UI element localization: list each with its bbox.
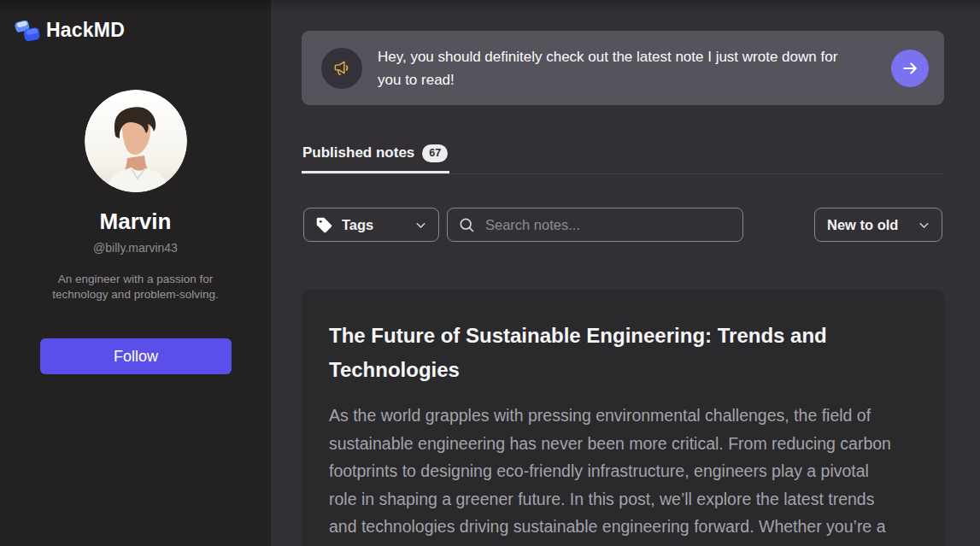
sidebar: HackMD bbox=[0, 0, 271, 546]
arrow-right-icon bbox=[901, 59, 919, 78]
hackmd-logo[interactable]: HackMD bbox=[13, 15, 125, 44]
tags-dropdown-label: Tags bbox=[342, 217, 373, 233]
follow-button[interactable]: Follow bbox=[40, 338, 232, 374]
announcement-arrow-button[interactable] bbox=[891, 50, 929, 87]
filters-row: Tags New to old bbox=[302, 208, 944, 242]
chevron-down-icon bbox=[917, 218, 931, 232]
sort-dropdown-value: New to old bbox=[827, 217, 898, 233]
search-icon bbox=[458, 216, 475, 233]
avatar bbox=[85, 90, 187, 192]
published-notes-count-badge: 67 bbox=[422, 144, 448, 162]
brand-name: HackMD bbox=[46, 19, 125, 42]
search-notes-input[interactable] bbox=[484, 216, 732, 234]
chevron-down-icon bbox=[414, 218, 428, 232]
note-excerpt: As the world grapples with pressing envi… bbox=[329, 402, 895, 546]
hackmd-profile-page: HackMD bbox=[0, 0, 980, 546]
note-card[interactable]: The Future of Sustainable Engineering: T… bbox=[302, 290, 944, 546]
sort-dropdown[interactable]: New to old bbox=[814, 208, 942, 242]
tab-published-notes-label: Published notes bbox=[302, 144, 414, 161]
announcement-message: Hey, you should definitely check out the… bbox=[378, 45, 856, 91]
notes-tabbar: Published notes 67 bbox=[302, 137, 944, 174]
tag-icon bbox=[315, 216, 333, 234]
hackmd-logo-icon bbox=[13, 15, 42, 44]
tags-dropdown[interactable]: Tags bbox=[303, 208, 439, 242]
megaphone-icon bbox=[321, 48, 362, 89]
profile-name: Marvin bbox=[0, 208, 271, 235]
tab-published-notes[interactable]: Published notes 67 bbox=[302, 137, 449, 173]
note-title: The Future of Sustainable Engineering: T… bbox=[329, 319, 895, 387]
profile-handle: @billy.marvin43 bbox=[0, 241, 271, 255]
announcement-banner: Hey, you should definitely check out the… bbox=[302, 31, 944, 105]
search-notes-box bbox=[447, 208, 743, 242]
profile-bio: An engineer with a passion for technolog… bbox=[32, 272, 238, 302]
